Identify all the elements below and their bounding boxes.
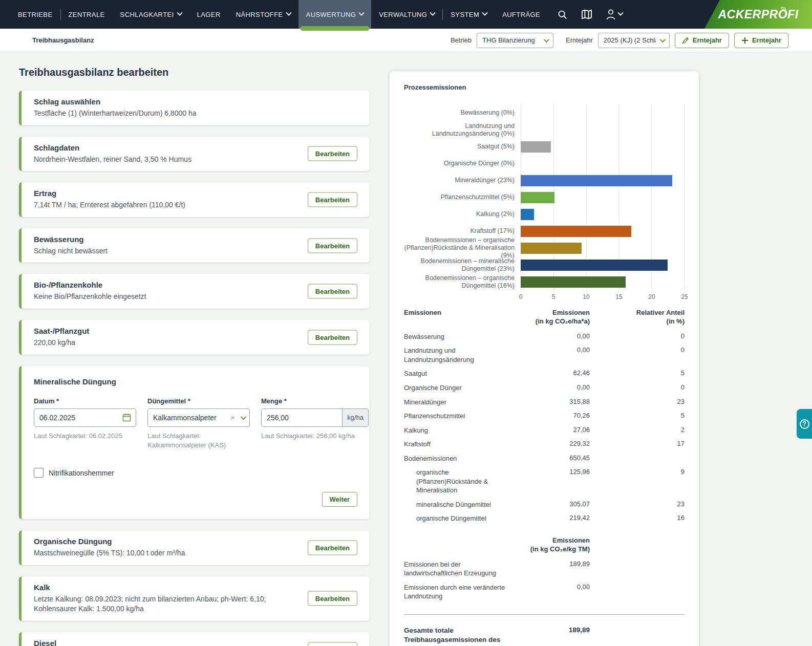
row-percent: 0 bbox=[590, 332, 685, 341]
chevron-down-icon bbox=[544, 36, 549, 42]
datum-input-group bbox=[34, 408, 136, 427]
chart-bar bbox=[521, 141, 551, 153]
chart-row: Bodenemissionen – organische (Pflanzen)R… bbox=[404, 240, 685, 256]
chart-bar bbox=[521, 276, 626, 288]
card-title: Schlag auswählen bbox=[34, 97, 357, 106]
total-value: 189,89 bbox=[513, 626, 590, 646]
nav-item[interactable]: ZENTRALE bbox=[61, 0, 113, 29]
bearbeiten-button[interactable]: Bearbeiten bbox=[308, 591, 357, 606]
card-desc: Testfläche (1) (Winterhartweizen/Durum) … bbox=[34, 109, 357, 119]
nav-item[interactable]: SYSTEM bbox=[443, 0, 495, 29]
nav-item[interactable]: SCHLAGKARTEI bbox=[113, 0, 189, 29]
help-button[interactable]: ? bbox=[797, 409, 812, 439]
erntejahr-select[interactable]: 2025 (KJ) (2 Schläge bbox=[598, 33, 670, 48]
axis-tick-label: 5 bbox=[552, 293, 555, 300]
row-percent: 5 bbox=[590, 412, 685, 421]
table-row: Kraftstoff 229,32 17 bbox=[404, 440, 685, 449]
calendar-icon[interactable] bbox=[118, 413, 136, 422]
bearbeiten-button[interactable]: Bearbeiten bbox=[308, 541, 357, 555]
table-row: Bewässerung 0,00 0 bbox=[404, 332, 685, 341]
card-desc: Keine Bio/Pflanzenkohle eingesetzt bbox=[34, 292, 308, 302]
row-label: Organische Dünger bbox=[404, 383, 513, 393]
duengemittel-input[interactable] bbox=[148, 409, 229, 426]
datum-label: Datum * bbox=[34, 397, 136, 405]
form-card: Ertrag 7,14t TM / ha; Ernterest abgefahr… bbox=[19, 182, 370, 217]
add-erntejahr-button[interactable]: Erntejahr bbox=[734, 33, 788, 48]
bearbeiten-button[interactable]: Bearbeiten bbox=[308, 146, 357, 161]
chart-track bbox=[521, 240, 685, 256]
clear-icon[interactable]: × bbox=[229, 413, 236, 422]
row-value: 0,00 bbox=[513, 583, 590, 601]
breadcrumb[interactable]: Treibhausgasbilanz bbox=[32, 36, 94, 44]
bearbeiten-button[interactable]: Bearbeiten bbox=[308, 238, 357, 253]
chevron-down-icon[interactable] bbox=[236, 416, 249, 420]
chevron-down-icon bbox=[482, 10, 487, 16]
row-percent: 23 bbox=[590, 398, 685, 407]
weiter-row: Weiter bbox=[34, 492, 357, 507]
table-row: Pflanzenschutzmittel 70,26 5 bbox=[404, 412, 685, 421]
row-label: Bewässerung bbox=[404, 332, 513, 341]
nav-item[interactable]: BETRIEBE bbox=[10, 0, 60, 29]
row-percent: 0 bbox=[590, 346, 685, 364]
chart-title: Prozessemissionen bbox=[404, 83, 685, 91]
chart-track bbox=[521, 172, 685, 189]
table-row: Emissionen bei der landwirtschaftlichen … bbox=[404, 560, 685, 578]
duengemittel-label: Düngemittel * bbox=[147, 397, 250, 405]
total-row: Gesamte totale Treibhausgasemissionen de… bbox=[404, 626, 685, 646]
divider bbox=[404, 614, 685, 615]
form-card: Organische Düngung Mastschweinegülle (5%… bbox=[19, 530, 370, 565]
chart-row: Organische Dünger (0%) bbox=[404, 155, 685, 172]
bearbeiten-button[interactable]: Bearbeiten bbox=[308, 642, 357, 646]
bearbeiten-button[interactable]: Bearbeiten bbox=[308, 330, 357, 344]
chart-row: Saatgut (5%) bbox=[404, 138, 685, 155]
bearbeiten-button[interactable]: Bearbeiten bbox=[308, 284, 357, 299]
chart-category-label: Organische Dünger (0%) bbox=[404, 160, 521, 167]
row-value: 0,00 bbox=[513, 383, 590, 393]
chart-row: Bodenemissionen – organische Düngemittel… bbox=[404, 273, 685, 290]
weiter-button[interactable]: Weiter bbox=[322, 492, 358, 507]
chart-track bbox=[521, 189, 685, 206]
card-title: Bio-/Pflanzenkohle bbox=[34, 281, 308, 289]
user-icon[interactable] bbox=[606, 9, 623, 20]
betrieb-select[interactable]: THG Bilanzierung bbox=[477, 33, 553, 48]
card-desc: Letzte Kalkung: 08.09.2023; nicht zum bi… bbox=[34, 594, 308, 614]
form-card: Schlagdaten Nordrhein-Westfalen, reiner … bbox=[19, 137, 370, 171]
datum-input[interactable] bbox=[34, 409, 118, 426]
search-icon[interactable] bbox=[557, 9, 568, 20]
chart-track bbox=[521, 273, 685, 290]
table-row: Mineraldünger 315,88 23 bbox=[404, 398, 685, 407]
row-percent: 9 bbox=[590, 468, 685, 495]
table-row: Kalkung 27,06 2 bbox=[404, 426, 685, 435]
nav-item[interactable]: AUFTRÄGE bbox=[495, 0, 548, 29]
datum-field: Datum * Laut Schlagkartei: 06.02.2025 bbox=[34, 397, 136, 451]
nav-item-label: AUFTRÄGE bbox=[502, 11, 540, 18]
chevron-down-icon bbox=[286, 10, 291, 16]
table-rows-2: Emissionen bei der landwirtschaftlichen … bbox=[404, 560, 685, 601]
chart-row: Pflanzenschutzmittel (5%) bbox=[404, 189, 685, 206]
bearbeiten-button[interactable]: Bearbeiten bbox=[308, 192, 357, 207]
nav-item[interactable]: NÄHRSTOFFE bbox=[228, 0, 298, 29]
chart-row: Kalkung (2%) bbox=[404, 206, 685, 223]
card-title: Bewässerung bbox=[34, 235, 308, 244]
chart-track bbox=[521, 138, 685, 155]
chart-track bbox=[521, 256, 685, 273]
nav-item-label: AUSWERTUNG bbox=[306, 11, 356, 18]
nav-item[interactable]: LAGER bbox=[189, 0, 228, 29]
edit-erntejahr-button[interactable]: Erntejahr bbox=[675, 33, 729, 48]
menge-field: Menge * kg/ha Laut Schlagkartei: 256,00 … bbox=[261, 397, 369, 451]
table-row: Landnutzung und Landnutzungsänderung 0,0… bbox=[404, 346, 685, 364]
row-label: organische (Pflanzen)Rückstände & Minera… bbox=[404, 468, 513, 495]
row-percent: 16 bbox=[590, 514, 685, 523]
form-card: Kalk Letzte Kalkung: 08.09.2023; nicht z… bbox=[19, 576, 370, 621]
nav-item[interactable]: AUSWERTUNG bbox=[298, 0, 372, 29]
duengemittel-combobox[interactable]: × bbox=[147, 408, 250, 427]
menge-input[interactable] bbox=[262, 409, 342, 426]
nitrifikationshemmer-checkbox[interactable] bbox=[34, 468, 44, 478]
map-icon[interactable] bbox=[581, 9, 592, 19]
chart-category-label: Bewässerung (0%) bbox=[404, 109, 521, 117]
table-row: Saatgut 62,46 5 bbox=[404, 369, 685, 378]
row-value: 27,06 bbox=[513, 426, 590, 435]
betrieb-label: Betrieb bbox=[451, 36, 472, 44]
mineralische-duengung-card: Mineralische Düngung Datum * Laut Schlag… bbox=[19, 366, 370, 520]
nav-item[interactable]: VERWALTUNG bbox=[371, 0, 442, 29]
